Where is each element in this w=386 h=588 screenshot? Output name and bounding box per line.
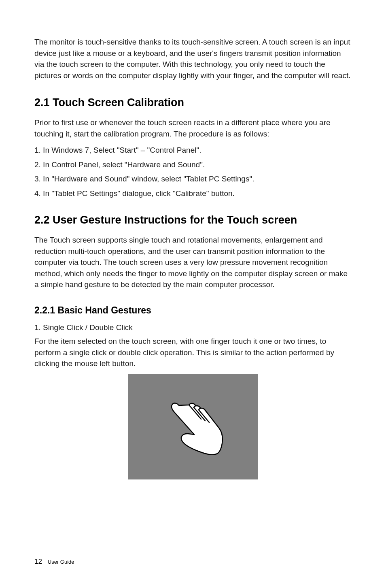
step-2: 2. In Control Panel, select "Hardware an… bbox=[34, 159, 352, 170]
step-1: 1. In Windows 7, Select "Start" – "Contr… bbox=[34, 144, 352, 156]
section-2-1-intro: Prior to first use or whenever the touch… bbox=[34, 117, 352, 139]
page-footer: 12 User Guide bbox=[34, 558, 74, 566]
section-2-1-heading: 2.1 Touch Screen Calibration bbox=[34, 96, 352, 109]
footer-label: User Guide bbox=[48, 559, 74, 565]
hand-tap-icon bbox=[157, 394, 229, 467]
single-click-gesture-figure bbox=[128, 374, 258, 479]
step-3: 3. In "Hardware and Sound" window, selec… bbox=[34, 173, 352, 185]
intro-paragraph: The monitor is touch-sensitive thanks to… bbox=[34, 36, 352, 81]
gesture-item-1: 1. Single Click / Double Click bbox=[34, 322, 352, 333]
figure-container bbox=[34, 374, 352, 481]
step-4: 4. In "Tablet PC Settings" dialogue, cli… bbox=[34, 187, 352, 199]
section-2-2-intro: The Touch screen supports single touch a… bbox=[34, 234, 352, 290]
section-2-2-heading: 2.2 User Gesture Instructions for the To… bbox=[34, 214, 352, 226]
page-number: 12 bbox=[34, 558, 42, 565]
gesture-1-paragraph: For the item selected on the touch scree… bbox=[34, 336, 352, 369]
section-2-2-1-heading: 2.2.1 Basic Hand Gestures bbox=[34, 305, 352, 316]
